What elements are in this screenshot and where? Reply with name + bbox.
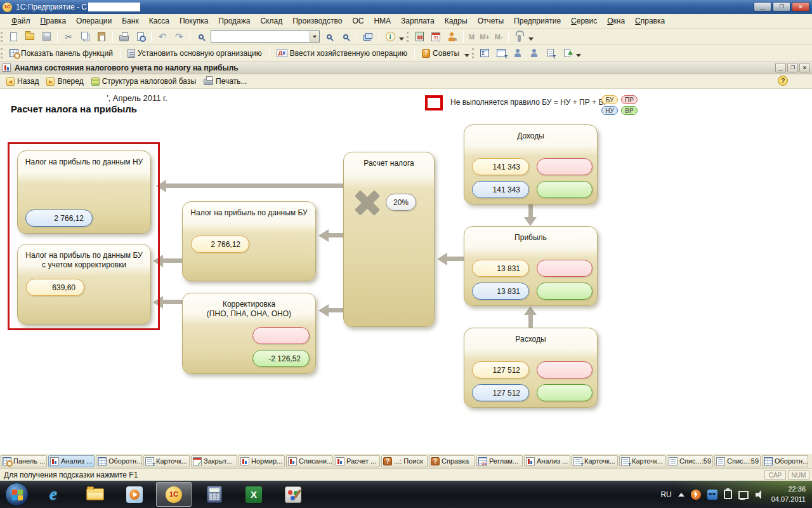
account-analysis-button[interactable] bbox=[494, 46, 509, 60]
window-tab-turnover[interactable]: Оборотн... bbox=[96, 455, 142, 467]
copy-button[interactable] bbox=[77, 30, 93, 44]
help-button[interactable]: ? bbox=[778, 76, 788, 86]
menu-operations[interactable]: Операции bbox=[71, 15, 117, 27]
tax-by-bu-value-pill[interactable]: 2 766,12 bbox=[191, 236, 249, 253]
print-button[interactable] bbox=[116, 30, 131, 44]
language-indicator[interactable]: RU bbox=[660, 490, 671, 499]
minimize-button[interactable] bbox=[754, 2, 771, 11]
income-pr-value-pill[interactable] bbox=[537, 158, 593, 175]
expenses-pr-value-pill[interactable] bbox=[537, 361, 593, 378]
menu-edit[interactable]: Правка bbox=[36, 15, 72, 27]
memory-plus-button[interactable]: M+ bbox=[477, 33, 492, 41]
mdi-restore-button[interactable] bbox=[787, 63, 798, 72]
menu-help[interactable]: Справка bbox=[630, 15, 670, 27]
menu-service[interactable]: Сервис bbox=[566, 15, 602, 27]
temp-block-user-button[interactable] bbox=[445, 30, 460, 44]
find-next-button[interactable] bbox=[322, 30, 337, 44]
menu-production[interactable]: Производство bbox=[287, 15, 347, 27]
window-tab-list59a[interactable]: Спис...:59 bbox=[667, 455, 713, 467]
turnover-balance-button[interactable] bbox=[477, 46, 492, 60]
memory-minus-button[interactable]: M- bbox=[492, 33, 506, 41]
toolbar-drag-handle[interactable] bbox=[407, 32, 409, 42]
search-dropdown-button[interactable] bbox=[310, 31, 319, 42]
new-document-button[interactable] bbox=[6, 30, 21, 44]
find-prev-button[interactable] bbox=[338, 30, 353, 44]
set-main-organization-button[interactable]: Установить основную организацию bbox=[123, 46, 266, 60]
income-vr-value-pill[interactable] bbox=[537, 181, 593, 198]
tips-button[interactable]: Советы bbox=[417, 46, 464, 60]
undo-button[interactable] bbox=[155, 30, 170, 44]
taskbar-explorer-button[interactable] bbox=[77, 482, 113, 507]
window-tab-regulated[interactable]: Реглам... bbox=[476, 455, 523, 467]
info-dropdown-arrow-icon[interactable] bbox=[399, 37, 404, 41]
profit-nu-value-pill[interactable]: 13 831 bbox=[472, 283, 529, 300]
correction-vr-value-pill[interactable]: -2 126,52 bbox=[252, 350, 310, 367]
profit-vr-value-pill[interactable] bbox=[537, 283, 593, 300]
expenses-nu-value-pill[interactable]: 127 512 bbox=[472, 384, 529, 401]
window-tab-closing[interactable]: Закрыт... bbox=[191, 455, 237, 467]
tax-by-nu-value-pill[interactable]: 2 766,12 bbox=[25, 210, 93, 227]
menu-bank[interactable]: Банк bbox=[117, 15, 143, 27]
network-icon[interactable] bbox=[738, 490, 749, 499]
quick-search-input[interactable] bbox=[211, 32, 310, 41]
window-tab-card[interactable]: Карточк... bbox=[143, 455, 190, 467]
profit-pr-value-pill[interactable] bbox=[537, 260, 593, 277]
window-tab-analysis2[interactable]: Анализ ... bbox=[524, 455, 570, 467]
toolbar-drag-handle[interactable] bbox=[1, 48, 3, 58]
window-tab-turnover2[interactable]: Оборотн... bbox=[762, 455, 808, 467]
cut-button[interactable] bbox=[61, 30, 76, 44]
menu-nma[interactable]: НМА bbox=[369, 15, 396, 27]
volume-icon[interactable] bbox=[755, 490, 765, 500]
window-tab-help[interactable]: Справка bbox=[429, 455, 475, 467]
print-report-button[interactable]: Печать... bbox=[200, 75, 251, 88]
calendar-button[interactable] bbox=[428, 30, 443, 44]
window-tab-panel[interactable]: Панель ... bbox=[1, 455, 47, 467]
forward-button[interactable]: Вперед bbox=[43, 75, 87, 88]
close-button[interactable] bbox=[792, 2, 809, 11]
menu-purchase[interactable]: Покупка bbox=[174, 15, 213, 27]
open-button[interactable] bbox=[22, 30, 37, 44]
calculator-button[interactable] bbox=[412, 30, 427, 44]
income-bu-value-pill[interactable]: 141 343 bbox=[472, 158, 529, 175]
windows-list-button[interactable] bbox=[360, 30, 376, 44]
menu-sales[interactable]: Продажа bbox=[213, 15, 255, 27]
document-card-button[interactable] bbox=[543, 46, 558, 60]
paste-button[interactable] bbox=[94, 30, 109, 44]
mdi-close-button[interactable] bbox=[799, 63, 810, 72]
mdi-minimize-button[interactable] bbox=[775, 63, 786, 72]
expenses-bu-value-pill[interactable]: 127 512 bbox=[472, 361, 529, 378]
window-tab-list59b[interactable]: Спис...:59 bbox=[714, 455, 761, 467]
tips-dropdown-arrow-icon[interactable] bbox=[464, 54, 469, 57]
clock[interactable]: 22:36 04.07.2011 bbox=[771, 485, 806, 505]
show-function-panel-button[interactable]: Показать панель функций bbox=[5, 46, 117, 60]
window-tab-writeoff[interactable]: Списани... bbox=[286, 455, 332, 467]
settings-button[interactable] bbox=[512, 30, 527, 44]
correction-pr-value-pill[interactable] bbox=[252, 327, 310, 344]
window-tab-calc[interactable]: Расчет ... bbox=[334, 455, 380, 467]
tray-clipboard-icon[interactable] bbox=[724, 490, 732, 499]
hidden-icons-arrow-icon[interactable] bbox=[678, 493, 684, 497]
taskbar-1c-button[interactable] bbox=[156, 482, 192, 507]
income-nu-value-pill[interactable]: 141 343 bbox=[472, 181, 529, 198]
menu-reports[interactable]: Отчеты bbox=[473, 15, 509, 27]
window-tab-card3[interactable]: Карточк... bbox=[619, 455, 665, 467]
tray-flash-icon[interactable] bbox=[691, 490, 701, 500]
enter-business-operation-button[interactable]: Ввести хозяйственную операцию bbox=[272, 46, 412, 60]
window-tab-search[interactable]: ...: Поиск bbox=[381, 455, 428, 467]
expenses-vr-value-pill[interactable] bbox=[537, 384, 593, 401]
redo-button[interactable] bbox=[171, 30, 187, 44]
menu-windows[interactable]: Окна bbox=[602, 15, 630, 27]
posting-report-button[interactable] bbox=[560, 46, 575, 60]
menu-salary[interactable]: Зарплата bbox=[396, 15, 440, 27]
menu-hr[interactable]: Кадры bbox=[440, 15, 473, 27]
print-preview-button[interactable] bbox=[133, 30, 148, 44]
save-button[interactable] bbox=[39, 30, 54, 44]
taskbar-paint-button[interactable] bbox=[275, 482, 311, 507]
menu-warehouse[interactable]: Склад bbox=[255, 15, 287, 27]
menu-file[interactable]: Файл bbox=[6, 15, 36, 27]
menu-enterprise[interactable]: Предприятие bbox=[509, 15, 566, 27]
taskbar-excel-button[interactable] bbox=[236, 482, 272, 507]
toolbar-drag-handle[interactable] bbox=[1, 32, 3, 42]
tax-by-bu-corrected-value-pill[interactable]: 639,60 bbox=[26, 279, 84, 296]
taskbar-calculator-button[interactable] bbox=[197, 482, 232, 507]
